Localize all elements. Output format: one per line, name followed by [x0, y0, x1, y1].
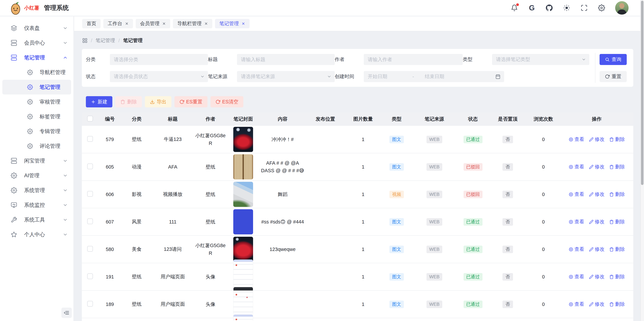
note-cover-image[interactable] — [233, 182, 253, 207]
sidebar-item-review-management[interactable]: 审核管理 — [2, 94, 71, 109]
tab-note-management[interactable]: 笔记管理 — [215, 19, 250, 28]
es-reset-button[interactable]: ES重置 — [174, 96, 208, 107]
view-button[interactable]: 查看 — [569, 191, 584, 198]
delete-row-button[interactable]: 删除 — [609, 136, 625, 143]
sidebar-item-comment-management[interactable]: 评论管理 — [2, 139, 71, 153]
status-select[interactable]: 请选择会员状态 — [110, 71, 208, 82]
view-button[interactable]: 查看 — [569, 246, 584, 253]
sidebar-item-tag-management[interactable]: 标签管理 — [2, 109, 71, 124]
sidebar-collapse-button[interactable] — [62, 308, 72, 318]
title-input[interactable] — [237, 54, 335, 65]
gitee-icon[interactable]: G — [528, 4, 536, 12]
category-input[interactable] — [110, 54, 208, 65]
source-tag: WEB — [426, 191, 442, 198]
sidebar-item-dashboard[interactable]: 仪表盘 — [0, 21, 74, 35]
source-tag: WEB — [426, 163, 442, 171]
notes-table: 编号 分类 标题 作者 笔记封面 内容 发布位置 图片数量 类型 笔记来源 状态… — [82, 112, 633, 321]
sidebar-item-member-center[interactable]: 会员中心 — [0, 35, 74, 50]
delete-row-button[interactable]: 删除 — [609, 301, 625, 308]
status-tag: 已驳回 — [464, 163, 482, 171]
tab-navbar-management[interactable]: 导航栏管理 — [173, 19, 212, 28]
sidebar-item-navbar-management[interactable]: 导航栏管理 — [2, 65, 71, 80]
edit-button[interactable]: 修改 — [589, 136, 604, 143]
trash-icon — [609, 192, 614, 197]
sidebar-item-xianbao-management[interactable]: 闲宝管理 — [0, 153, 74, 168]
server-icon — [11, 54, 17, 61]
note-type-select[interactable]: 请选择笔记类型 — [492, 54, 589, 65]
fullscreen-icon[interactable] — [580, 4, 588, 12]
es-clear-button[interactable]: ES清空 — [210, 96, 244, 107]
cell-category: 壁纸 — [122, 318, 152, 321]
github-icon[interactable] — [546, 4, 553, 12]
user-avatar[interactable] — [615, 1, 628, 14]
sidebar-item-system-management[interactable]: 系统管理 — [0, 183, 74, 198]
note-source-select[interactable]: 请选择笔记来源 — [237, 71, 335, 82]
scrollbar-thumb[interactable] — [641, 1, 644, 185]
settings-gear-icon[interactable] — [598, 4, 606, 12]
edit-button[interactable]: 修改 — [589, 246, 604, 253]
sidebar-item-note-management[interactable]: 笔记管理 — [0, 50, 74, 65]
note-cover-image[interactable] — [233, 154, 253, 179]
cell-content — [259, 318, 306, 321]
theme-icon[interactable] — [563, 4, 570, 12]
tab-workbench[interactable]: 工作台 — [103, 19, 133, 28]
author-input[interactable] — [364, 54, 463, 65]
cell-publish-location — [306, 263, 345, 291]
row-checkbox[interactable] — [87, 219, 93, 224]
edit-button[interactable]: 修改 — [589, 191, 604, 198]
delete-row-button[interactable]: 删除 — [609, 274, 625, 280]
pen-icon — [589, 275, 594, 279]
server-icon — [11, 40, 17, 46]
note-cover-image[interactable] — [233, 237, 253, 262]
tab-close-icon[interactable] — [242, 22, 245, 25]
delete-button[interactable]: 删除 — [116, 96, 142, 107]
sidebar-item-personal-center[interactable]: 个人中心 — [0, 227, 74, 242]
breadcrumb-item[interactable]: 笔记管理 — [96, 37, 115, 44]
note-cover-image[interactable] — [233, 127, 253, 152]
view-button[interactable]: 查看 — [569, 136, 584, 143]
delete-row-button[interactable]: 删除 — [609, 191, 625, 198]
delete-row-button[interactable]: 删除 — [609, 164, 625, 170]
edit-button[interactable]: 修改 — [589, 164, 604, 170]
tab-close-icon[interactable] — [125, 22, 129, 25]
date-range-picker[interactable]: 开始日期 - 结束日期 — [364, 71, 504, 82]
sidebar-item-system-monitor[interactable]: 系统监控 — [0, 198, 74, 212]
query-button[interactable]: 查询 — [600, 54, 627, 65]
delete-row-button[interactable]: 删除 — [609, 246, 625, 253]
tab-close-icon[interactable] — [204, 22, 208, 25]
reset-button[interactable]: 重置 — [600, 71, 627, 82]
sidebar-item-system-tools[interactable]: 系统工具 — [0, 212, 74, 227]
table-row: 580 美食 123请问 小红薯G5G8eR 123qweqwe 1 图文 WE… — [82, 236, 633, 263]
sidebar-item-note-management-sub[interactable]: 笔记管理 — [2, 80, 71, 94]
vertical-scrollbar[interactable] — [640, 0, 644, 321]
grid-icon[interactable] — [82, 38, 88, 43]
row-checkbox[interactable] — [87, 274, 93, 279]
delete-row-button[interactable]: 删除 — [609, 219, 625, 225]
row-checkbox[interactable] — [87, 164, 93, 169]
row-checkbox[interactable] — [87, 301, 93, 307]
select-all-checkbox[interactable] — [87, 116, 93, 121]
view-button[interactable]: 查看 — [569, 274, 584, 280]
export-button[interactable]: 导出 — [145, 96, 172, 107]
bell-icon[interactable] — [510, 4, 518, 12]
note-cover-image[interactable] — [233, 315, 253, 321]
table-row: 605 动漫 AFA 壁纸 AFA # # @ @A DASS @ @ # # … — [82, 153, 633, 181]
view-button[interactable]: 查看 — [569, 164, 584, 170]
note-cover-image[interactable] — [233, 209, 253, 234]
tab-home[interactable]: 首页 — [82, 19, 100, 28]
new-button[interactable]: 新建 — [86, 96, 112, 107]
tab-close-icon[interactable] — [162, 22, 166, 25]
row-checkbox[interactable] — [87, 191, 93, 197]
edit-button[interactable]: 修改 — [589, 301, 604, 308]
tab-member-management[interactable]: 会员管理 — [136, 19, 170, 28]
edit-button[interactable]: 修改 — [589, 219, 604, 225]
view-button[interactable]: 查看 — [569, 219, 584, 225]
row-checkbox[interactable] — [87, 136, 93, 142]
sidebar-item-album-management[interactable]: 专辑管理 — [2, 124, 71, 139]
gear-icon — [11, 172, 17, 179]
edit-button[interactable]: 修改 — [589, 274, 604, 280]
chevron-down-icon — [63, 217, 68, 222]
view-button[interactable]: 查看 — [569, 301, 584, 308]
row-checkbox[interactable] — [87, 246, 93, 252]
sidebar-item-ai-management[interactable]: AI管理 — [0, 168, 74, 183]
